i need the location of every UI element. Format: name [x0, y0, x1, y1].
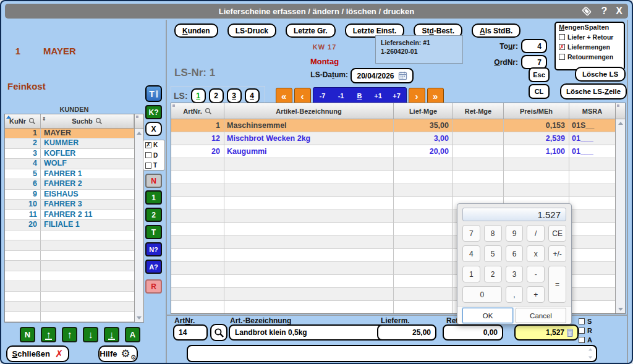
kunden-row[interactable] — [5, 231, 134, 241]
toolbar-button-ls-druck[interactable]: LS-Druck — [227, 23, 276, 38]
checkbox-unchecked[interactable] — [145, 163, 151, 169]
bezeichnung-column-header[interactable]: Artikel-Bezeichnung — [224, 103, 394, 119]
flag-r-checkbox[interactable] — [579, 328, 585, 334]
calc-cancel-button[interactable]: Cancel — [516, 308, 566, 323]
search-icon[interactable] — [95, 117, 103, 125]
article-row[interactable]: 1Maschinsemmel35,000,15301S__ — [171, 119, 615, 132]
kunden-row[interactable]: 3KOFLER — [5, 149, 134, 159]
article-row[interactable] — [171, 171, 615, 184]
side-button-2[interactable]: 2 — [145, 208, 162, 222]
artnr-column-header[interactable]: ArtNr. — [171, 103, 224, 119]
day-step-minus7[interactable]: -7 — [313, 88, 332, 104]
article-scrollbar[interactable] — [615, 103, 625, 313]
kdt-option[interactable]: D — [145, 152, 163, 159]
kunden-row[interactable] — [5, 281, 134, 292]
help-button[interactable]: Hilfe ⚙⚙ — [98, 345, 138, 362]
calc-key-+[interactable]: + — [527, 286, 545, 303]
a-button[interactable]: A — [125, 327, 140, 342]
scroll-track[interactable] — [616, 127, 625, 305]
ls-select-button-2[interactable]: 2 — [209, 88, 224, 103]
kunden-row[interactable]: 2KUMMER — [5, 138, 134, 149]
flag-a-checkbox[interactable] — [579, 337, 585, 343]
tour-field[interactable]: 4 — [521, 39, 547, 53]
mengen-option[interactable]: Liefer + Retour — [559, 33, 621, 41]
kunden-scrollbar[interactable] — [134, 114, 143, 322]
calc-key-x[interactable]: x — [527, 245, 545, 262]
note-field[interactable] — [187, 345, 597, 362]
kunden-row[interactable] — [5, 292, 134, 302]
mengen-option[interactable]: Retourmengen — [559, 53, 621, 61]
next-record-button[interactable]: ↓ — [83, 327, 98, 342]
kunden-row[interactable] — [5, 271, 134, 282]
checkbox-checked[interactable]: ✗ — [145, 142, 151, 148]
cl-button[interactable]: CL — [529, 84, 550, 99]
kunden-row[interactable] — [5, 302, 134, 312]
kunden-row[interactable] — [5, 251, 134, 261]
calc-key-6[interactable]: 6 — [506, 245, 524, 262]
article-row[interactable]: 20Kaugummi20,001,10001___ — [171, 145, 615, 158]
last-record-button[interactable]: ↓ — [104, 327, 119, 342]
calc-key-+/-[interactable]: +/- — [548, 245, 566, 262]
note-scroll-arrows[interactable] — [588, 348, 593, 359]
toolbar-button-als-stdb[interactable]: Als StdB. — [472, 23, 520, 38]
calc-ok-button[interactable]: OK — [462, 308, 513, 323]
calc-key--[interactable]: - — [527, 266, 545, 282]
side-button-t[interactable]: T — [145, 225, 162, 239]
lieferm-entry-field[interactable]: 25,00 — [377, 324, 436, 341]
side-button-r[interactable]: R — [145, 279, 162, 294]
kdt-option[interactable]: ✗K — [145, 142, 163, 148]
calc-key-5[interactable]: 5 — [484, 245, 502, 262]
article-row[interactable]: 12Mischbrot Wecken 2kg3,002,53901___ — [171, 132, 615, 145]
ls-datum-field[interactable]: 20/04/2026 — [350, 68, 414, 83]
search-icon[interactable] — [205, 108, 212, 115]
kunden-row[interactable]: 10FAHRER 3 — [5, 200, 134, 210]
kunden-row[interactable]: 9EISHAUS — [5, 190, 134, 200]
close-icon[interactable]: X — [616, 6, 622, 17]
prev-record-button[interactable]: ↑ — [62, 327, 77, 342]
x-button[interactable]: X — [145, 122, 162, 136]
film-icon[interactable] — [580, 5, 593, 17]
checkbox-unchecked[interactable] — [145, 152, 151, 158]
scroll-down-icon[interactable] — [135, 314, 143, 322]
side-button-1[interactable]: 1 — [145, 190, 162, 205]
help-icon[interactable]: ? — [601, 6, 608, 17]
toolbar-button-kunden[interactable]: Kunden — [174, 23, 218, 38]
kunden-row[interactable]: 6FAHRER 2 — [5, 179, 134, 190]
flag-s-checkbox[interactable] — [579, 318, 585, 324]
calc-key-0[interactable]: 0 — [462, 286, 502, 303]
kunden-row[interactable]: 4WOLF — [5, 159, 134, 169]
scroll-track[interactable] — [135, 137, 143, 314]
next-day-button[interactable]: › — [409, 88, 425, 104]
scroll-up-icon[interactable] — [616, 119, 625, 127]
kunden-row[interactable]: 5FAHRER 1 — [5, 169, 134, 180]
ls-select-button-4[interactable]: 4 — [245, 88, 260, 103]
calc-key-/[interactable]: / — [527, 225, 545, 242]
suchb-column-header[interactable]: ⇕ Suchb — [41, 114, 134, 128]
side-button-n[interactable]: N — [145, 174, 162, 188]
side-button-aq[interactable]: A? — [145, 260, 162, 274]
prev-fast-button[interactable]: « — [276, 88, 292, 104]
new-button[interactable]: N — [20, 327, 35, 342]
calc-key-2[interactable]: 2 — [484, 266, 502, 282]
prev-day-button[interactable]: ‹ — [294, 88, 311, 104]
mengen-option[interactable]: ✗Liefermengen — [559, 43, 621, 51]
calc-key-=[interactable]: = — [548, 266, 566, 303]
preis-entry-field[interactable]: 1,527 — [514, 324, 579, 341]
delete-ls-button[interactable]: Lösche LS — [575, 67, 626, 82]
day-step-minus1[interactable]: -1 — [332, 88, 350, 104]
day-step-plus7[interactable]: +7 — [388, 88, 406, 104]
calc-key-4[interactable]: 4 — [462, 245, 480, 262]
esc-button[interactable]: Esc — [529, 67, 550, 82]
artnr-entry-field[interactable]: 14 — [173, 324, 208, 341]
kunden-row[interactable]: 20FILIALE 1 — [5, 220, 134, 231]
article-search-button[interactable] — [210, 324, 227, 341]
kunden-row[interactable] — [5, 261, 134, 271]
scroll-up-icon[interactable] — [135, 129, 143, 137]
msra-column-header[interactable]: MSRA — [569, 103, 615, 119]
day-step-B[interactable]: B — [350, 88, 369, 104]
article-row[interactable] — [171, 158, 615, 171]
calculator-icon[interactable] — [567, 329, 573, 337]
side-button-nq[interactable]: N? — [145, 242, 162, 256]
liefmge-column-header[interactable]: Lief-Mge — [394, 103, 453, 119]
calc-key-CE[interactable]: CE — [548, 225, 566, 242]
